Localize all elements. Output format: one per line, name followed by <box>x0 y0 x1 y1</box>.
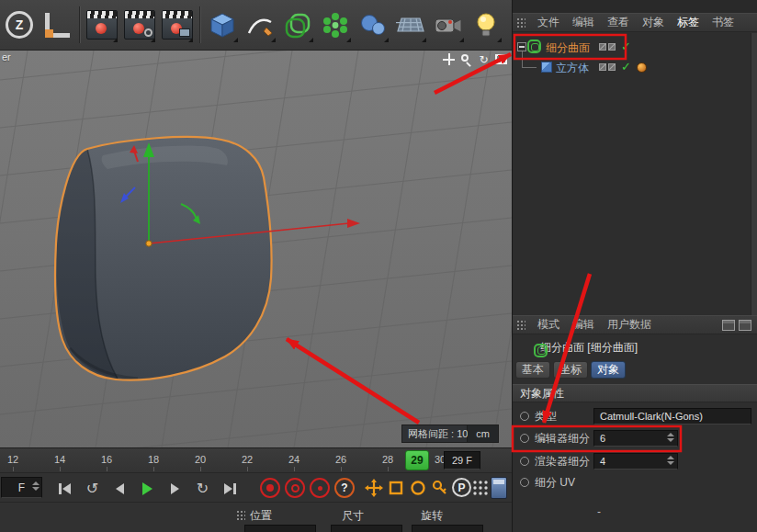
tab-coord[interactable]: 坐标 <box>553 361 588 379</box>
workplane-icon[interactable] <box>39 5 75 45</box>
pen-icon[interactable] <box>242 5 278 45</box>
frame-tick: 28 <box>377 454 399 465</box>
am-menu-userdata[interactable]: 用户数据 <box>601 317 658 333</box>
play-backward-loop-button[interactable]: ↺ <box>79 477 106 500</box>
array-icon[interactable] <box>317 5 354 45</box>
metaball-icon[interactable] <box>355 5 391 45</box>
row-render-subdivision: 渲染器细分 4 <box>513 451 757 471</box>
stepper-arrows[interactable] <box>32 481 40 491</box>
playhead[interactable]: 29 <box>405 450 429 470</box>
panel-option-icon[interactable] <box>739 320 751 331</box>
current-frame-value: 29 F <box>452 455 472 466</box>
visibility-toggles[interactable] <box>599 43 616 51</box>
material-tag-icon[interactable] <box>637 62 647 73</box>
tab-basic[interactable]: 基本 <box>515 361 550 379</box>
key-radio-icon[interactable] <box>520 412 529 421</box>
key-rotation-button[interactable] <box>408 478 428 498</box>
expand-toggle-icon[interactable] <box>517 42 526 51</box>
record-options-button[interactable] <box>310 478 330 498</box>
am-menu-mode[interactable]: 模式 <box>531 317 566 333</box>
main-toolbar: Z <box>0 0 512 51</box>
frame-tick: 12 <box>2 454 24 465</box>
grid-spacing-unit: cm <box>468 424 499 443</box>
render-settings-icon[interactable] <box>121 5 158 45</box>
type-dropdown[interactable]: Catmull-Clark(N-Gons) <box>593 408 751 424</box>
frame-tick: 26 <box>330 454 352 465</box>
previous-frame-button[interactable] <box>107 477 133 500</box>
key-radio-icon[interactable] <box>520 478 529 487</box>
om-menu-objects[interactable]: 对象 <box>636 15 671 30</box>
zoom-view-icon[interactable] <box>459 52 473 66</box>
cube-icon[interactable] <box>204 5 241 45</box>
keying-panel-button[interactable] <box>470 478 491 498</box>
next-frame-button[interactable] <box>162 477 188 500</box>
tab-object[interactable]: 对象 <box>591 361 626 379</box>
key-scale-button[interactable] <box>386 478 406 498</box>
go-to-start-button[interactable] <box>51 477 78 500</box>
visibility-toggles[interactable] <box>599 63 616 71</box>
loop-button[interactable]: ↻ <box>189 477 216 500</box>
type-label: 类型 <box>535 409 557 424</box>
current-frame-field[interactable]: 29 F <box>444 451 480 470</box>
object-manager-scrollbar[interactable] <box>751 33 757 315</box>
stepper-arrows[interactable] <box>667 433 674 442</box>
point-level-animation-button[interactable]: P <box>452 478 471 497</box>
enabled-check-icon[interactable]: ✓ <box>621 60 631 74</box>
plane-icon[interactable] <box>392 5 429 45</box>
autokey-button[interactable] <box>285 478 305 498</box>
am-menu-edit[interactable]: 编辑 <box>566 317 601 333</box>
render-queue-icon[interactable] <box>159 5 196 45</box>
editor-subdivision-input[interactable]: 6 <box>593 430 678 447</box>
key-radio-icon[interactable] <box>520 457 529 466</box>
frame-tick: 16 <box>96 454 118 465</box>
timeline-ruler[interactable]: 12 14 16 18 20 22 24 26 28 29 30 29 F <box>0 447 512 472</box>
object-row-cube[interactable]: 立方体 ✓ <box>513 57 757 77</box>
editor-subdivision-label: 编辑器细分 <box>535 431 590 447</box>
size-header: 尺寸 <box>342 508 364 524</box>
attribute-manager-menubar: 模式 编辑 用户数据 <box>513 315 757 334</box>
object-name-subdivision[interactable]: 细分曲面 <box>546 40 590 56</box>
pan-view-icon[interactable] <box>442 52 456 66</box>
row-subdivide-uv: 细分 UV <box>513 472 757 492</box>
rotation-h-input[interactable] <box>412 525 483 532</box>
object-row-subdivision-surface[interactable]: 细分曲面 ✓ <box>513 37 757 57</box>
undo-letter: Z <box>6 11 33 39</box>
tree-connector <box>522 67 537 68</box>
om-menu-edit[interactable]: 编辑 <box>566 15 601 30</box>
om-menu-file[interactable]: 文件 <box>531 15 566 30</box>
position-x-input[interactable] <box>244 525 316 532</box>
render-subdivision-input[interactable]: 4 <box>593 453 678 470</box>
rotate-view-icon[interactable]: ↻ <box>477 52 491 66</box>
panel-option-icon[interactable] <box>722 320 735 331</box>
toggle-view-icon[interactable] <box>494 52 508 66</box>
panel-grip-icon[interactable] <box>236 510 245 520</box>
key-radio-icon[interactable] <box>520 434 529 443</box>
light-icon[interactable] <box>468 5 504 45</box>
key-position-button[interactable] <box>364 478 384 498</box>
frame-step-field[interactable]: F <box>1 477 42 498</box>
stepper-arrows[interactable] <box>667 456 674 465</box>
panel-grip-icon[interactable] <box>516 17 525 28</box>
key-parameter-button[interactable] <box>430 478 450 498</box>
om-menu-tags[interactable]: 标签 <box>671 15 706 30</box>
om-menu-view[interactable]: 查看 <box>601 15 636 30</box>
size-x-input[interactable] <box>331 525 402 532</box>
enabled-check-icon[interactable]: ✓ <box>621 40 631 53</box>
subdivision-surface-icon[interactable] <box>279 5 316 45</box>
undo-icon[interactable]: Z <box>1 5 38 45</box>
record-keyframe-button[interactable] <box>260 478 280 498</box>
viewport-3d[interactable]: er ↻ 网格间距 : 100 cm <box>0 51 512 447</box>
subdivided-cube-model[interactable] <box>55 137 271 380</box>
play-button[interactable] <box>134 477 161 500</box>
camera-icon[interactable] <box>430 5 467 45</box>
viewport-canvas[interactable] <box>0 51 512 447</box>
panel-grip-icon[interactable] <box>516 320 525 330</box>
frame-tick: 20 <box>189 454 211 465</box>
om-menu-bookmarks[interactable]: 书签 <box>706 15 740 30</box>
go-to-end-button[interactable] <box>217 477 243 500</box>
render-view-icon[interactable] <box>84 5 120 45</box>
object-properties-header[interactable]: 对象属性 <box>513 384 757 402</box>
object-name-cube[interactable]: 立方体 <box>556 61 589 76</box>
help-button[interactable]: ? <box>334 478 355 498</box>
layout-button[interactable] <box>491 477 507 499</box>
